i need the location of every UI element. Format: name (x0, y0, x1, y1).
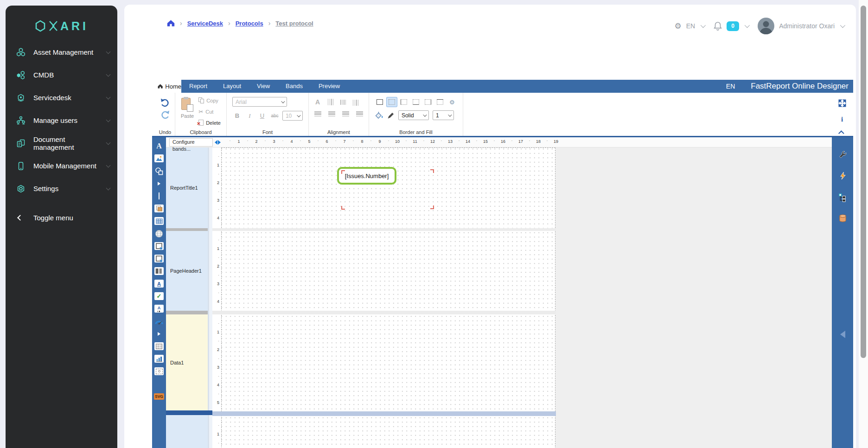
configure-bands-button[interactable]: Configure bands... (169, 138, 213, 147)
line-object-button[interactable] (154, 192, 164, 200)
chevron-down-icon[interactable] (701, 23, 706, 28)
underline-button[interactable]: U (257, 111, 267, 121)
cut-button[interactable]: ✂ Cut (198, 109, 221, 115)
checkbox-object-button[interactable]: ✓ (154, 292, 164, 301)
report-page[interactable] (221, 147, 555, 448)
band-scroll-lane[interactable] (208, 147, 212, 448)
tab-report[interactable]: Report (181, 80, 215, 93)
shapes-object-button[interactable] (154, 166, 164, 175)
collapse-panel-button[interactable] (832, 327, 853, 341)
settings-gear-icon[interactable]: ⚙ (674, 21, 681, 31)
matrix-object-button[interactable] (154, 342, 164, 351)
align-center-icon[interactable] (328, 111, 335, 116)
right-border-icon[interactable] (423, 97, 433, 107)
vertical-align-middle-icon[interactable] (340, 100, 346, 105)
toggle-menu-button[interactable]: Toggle menu (6, 206, 117, 229)
richtext-object-button[interactable]: A (154, 279, 164, 288)
band-label-next[interactable] (166, 415, 208, 448)
home-icon[interactable] (167, 19, 175, 27)
sidebar-item-servicedesk[interactable]: Servicedesk (6, 86, 117, 109)
report-tree-panel-button[interactable] (832, 191, 853, 205)
events-panel-button[interactable] (832, 169, 853, 183)
chevron-down-icon[interactable] (840, 23, 845, 28)
band-label-ReportTitle1[interactable]: ReportTitle1 (166, 147, 208, 228)
language-select[interactable]: EN (686, 22, 695, 30)
band-label-Data1[interactable]: Data1 (166, 314, 208, 410)
border-style-select[interactable]: Solid (398, 110, 429, 120)
barcode-object-button[interactable] (154, 267, 164, 275)
paste-button[interactable]: Paste (181, 97, 194, 128)
data-panel-button[interactable] (832, 212, 853, 226)
scrollbar-thumb[interactable] (861, 6, 866, 358)
font-size-select[interactable]: 10 (282, 111, 303, 121)
border-color-pencil-icon[interactable] (387, 112, 395, 119)
top-border-icon[interactable] (435, 97, 445, 107)
gauge-object-button[interactable] (154, 317, 164, 326)
user-name[interactable]: Administrator Oxari (779, 22, 835, 30)
chevron-down-icon[interactable] (745, 23, 750, 28)
band-label-PageHeader1[interactable]: PageHeader1 (166, 231, 208, 311)
html-object-button[interactable] (154, 379, 164, 388)
vertical-align-top-icon[interactable] (328, 99, 333, 105)
all-borders-icon[interactable] (375, 97, 385, 107)
sidebar-item-document-management[interactable]: Document management (6, 132, 117, 154)
sidebar-item-asset-management[interactable]: Asset Management (6, 41, 117, 64)
designer-language[interactable]: EN (726, 83, 735, 90)
picture-object-button[interactable] (154, 154, 164, 163)
no-borders-icon[interactable] (387, 97, 397, 107)
bold-button[interactable]: B (232, 111, 242, 121)
text-color-icon[interactable]: A (314, 98, 321, 106)
chart-object-button[interactable] (154, 354, 164, 363)
align-right-icon[interactable] (342, 111, 349, 116)
table-object-button[interactable] (154, 217, 164, 225)
report-field-issues-number[interactable]: [Issues.Number] (337, 167, 396, 185)
redo-button[interactable] (160, 109, 170, 119)
bottom-border-icon[interactable] (411, 97, 421, 107)
info-button[interactable]: i (841, 115, 843, 123)
tab-preview[interactable]: Preview (311, 80, 348, 93)
notifications-bell-icon[interactable] (714, 21, 722, 31)
border-width-select[interactable]: 1 (433, 110, 454, 120)
align-justify-icon[interactable] (356, 111, 363, 116)
selected-band-divider[interactable] (212, 411, 556, 416)
border-settings-icon[interactable]: ⚙ (447, 97, 457, 107)
sidebar-item-manage-users[interactable]: Manage users (6, 109, 117, 132)
band-divider[interactable] (166, 311, 208, 314)
notification-count-badge[interactable]: 0 (727, 21, 739, 31)
copy-button[interactable]: Copy (198, 97, 221, 103)
properties-panel-button[interactable] (832, 147, 853, 161)
browser-scrollbar[interactable] (859, 0, 868, 448)
tab-home[interactable]: Home (155, 80, 181, 93)
map-object-button[interactable] (154, 229, 164, 238)
signature-object-button[interactable] (154, 367, 164, 376)
strikethrough-button[interactable]: abc (270, 111, 280, 121)
sidebar-item-mobile-management[interactable]: Mobile Management (6, 154, 117, 177)
design-canvas[interactable]: Configure bands... ·1·2·3·4·5·6·7·8·9·10… (166, 137, 832, 448)
text-object-button[interactable]: A (154, 141, 164, 150)
text-barcode-object-button[interactable]: A (154, 304, 164, 313)
sidebar-item-cmdb[interactable]: CMDB (6, 64, 117, 86)
font-family-select[interactable]: Arial (232, 97, 287, 107)
gauge-flyout-button[interactable] (154, 329, 164, 338)
breadcrumb-link-servicedesk[interactable]: ServiceDesk (187, 20, 223, 27)
sidebar-item-settings[interactable]: Settings (6, 177, 117, 200)
align-left-icon[interactable] (314, 111, 321, 116)
shapes-flyout-button[interactable] (154, 179, 164, 188)
left-border-icon[interactable] (399, 97, 409, 107)
delete-button[interactable]: ✕ Delete (198, 120, 221, 126)
panel-object-button[interactable] (154, 254, 164, 263)
band-divider[interactable] (210, 228, 556, 231)
band-width-arrows[interactable] (215, 140, 221, 145)
fullscreen-button[interactable] (838, 99, 846, 109)
tab-layout[interactable]: Layout (215, 80, 249, 93)
undo-button[interactable] (160, 97, 170, 107)
selected-band-divider[interactable] (166, 410, 212, 415)
tab-bands[interactable]: Bands (278, 80, 311, 93)
fill-color-icon[interactable] (375, 111, 383, 119)
svg-object-button[interactable]: SVG (154, 392, 164, 401)
breadcrumb-link-protocols[interactable]: Protocols (236, 20, 263, 27)
tab-view[interactable]: View (249, 80, 278, 93)
subreport-object-button[interactable] (154, 204, 164, 213)
user-avatar[interactable] (758, 18, 774, 34)
container-object-button[interactable] (154, 242, 164, 250)
